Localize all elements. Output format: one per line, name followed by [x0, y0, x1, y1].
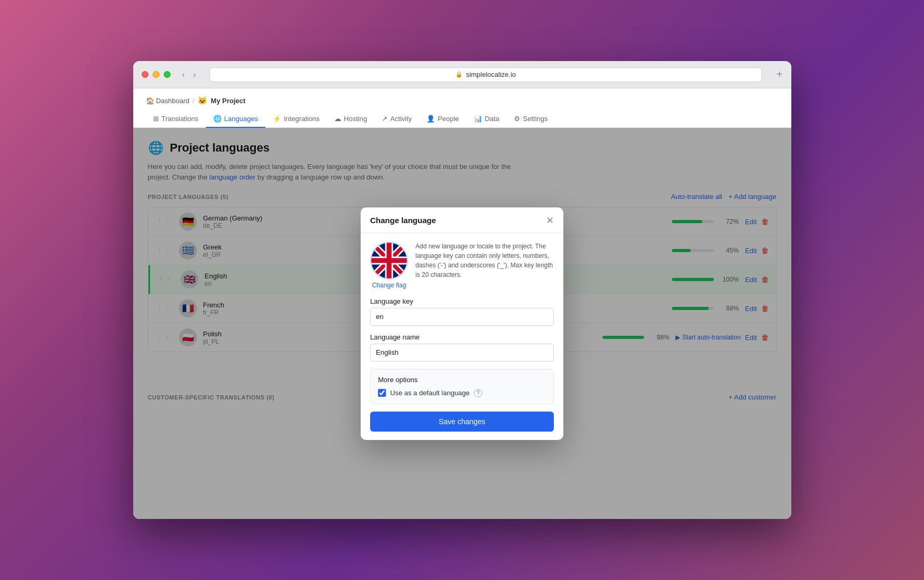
- tab-languages[interactable]: 🌐 Languages: [206, 111, 265, 128]
- language-name-label: Language name: [370, 333, 554, 341]
- tab-integrations[interactable]: ⚡ Integrations: [265, 111, 327, 128]
- lock-icon: 🔒: [455, 71, 463, 78]
- settings-icon: ⚙: [514, 115, 520, 123]
- svg-rect-9: [371, 258, 407, 263]
- tab-bar: ⊞ Translations 🌐 Languages ⚡ Integration…: [146, 111, 779, 127]
- change-language-modal: Change language ✕: [361, 207, 563, 440]
- help-icon[interactable]: ?: [474, 389, 482, 397]
- integrations-icon: ⚡: [273, 115, 281, 123]
- nav-arrows: ‹ ›: [179, 69, 200, 81]
- top-nav: 🏠 Dashboard / 🐱 My Project ⊞ Translation…: [133, 88, 791, 128]
- project-emoji: 🐱: [197, 96, 207, 105]
- breadcrumb: 🏠 Dashboard / 🐱 My Project: [146, 96, 779, 105]
- translations-icon: ⊞: [153, 115, 159, 123]
- language-key-input[interactable]: [370, 308, 554, 326]
- mac-window: ‹ › 🔒 simplelocalize.io + 🏠 Dashboard / …: [133, 61, 791, 519]
- languages-icon: 🌐: [213, 115, 222, 123]
- forward-button[interactable]: ›: [190, 69, 199, 81]
- traffic-lights: [142, 71, 171, 78]
- hosting-icon: ☁: [334, 115, 341, 123]
- default-language-label: Use as a default language: [390, 389, 470, 397]
- new-tab-button[interactable]: +: [777, 68, 783, 81]
- tab-hosting[interactable]: ☁ Hosting: [327, 111, 374, 128]
- app-content: 🏠 Dashboard / 🐱 My Project ⊞ Translation…: [133, 88, 791, 519]
- default-language-checkbox[interactable]: [378, 389, 386, 397]
- tab-translations[interactable]: ⊞ Translations: [146, 111, 206, 128]
- language-name-group: Language name: [370, 333, 554, 362]
- breadcrumb-project[interactable]: My Project: [211, 97, 245, 105]
- save-changes-button[interactable]: Save changes: [370, 412, 554, 432]
- modal-overlay[interactable]: Change language ✕: [133, 128, 791, 519]
- more-options-title: More options: [378, 376, 546, 384]
- minimize-button[interactable]: [153, 71, 160, 78]
- language-key-group: Language key: [370, 297, 554, 326]
- data-icon: 📊: [474, 115, 482, 123]
- back-button[interactable]: ‹: [179, 69, 188, 81]
- modal-body: Change flag Add new language or locale t…: [361, 233, 563, 440]
- change-flag-button[interactable]: Change flag: [370, 282, 408, 289]
- tab-activity[interactable]: ↗ Activity: [374, 111, 419, 128]
- breadcrumb-home[interactable]: 🏠 Dashboard: [146, 97, 190, 105]
- close-button[interactable]: [142, 71, 148, 78]
- modal-title: Change language: [370, 216, 436, 225]
- more-options-section: More options Use as a default language ?: [370, 369, 554, 404]
- activity-icon: ↗: [382, 115, 388, 123]
- language-key-label: Language key: [370, 297, 554, 305]
- modal-close-button[interactable]: ✕: [546, 216, 554, 225]
- main-content: 🌐 Project languages Here you can add, mo…: [133, 128, 791, 519]
- tab-settings[interactable]: ⚙ Settings: [506, 111, 555, 128]
- address-bar[interactable]: 🔒 simplelocalize.io: [210, 67, 762, 82]
- maximize-button[interactable]: [164, 71, 171, 78]
- url-text: simplelocalize.io: [466, 71, 516, 78]
- flag-description: Add new language or locale to the projec…: [415, 242, 554, 279]
- tab-people[interactable]: 👤 People: [419, 111, 466, 128]
- modal-header: Change language ✕: [361, 207, 563, 233]
- flag-large: [370, 242, 408, 279]
- title-bar: ‹ › 🔒 simplelocalize.io +: [133, 61, 791, 88]
- default-language-row: Use as a default language ?: [378, 389, 546, 397]
- people-icon: 👤: [426, 115, 435, 123]
- breadcrumb-separator: /: [193, 97, 195, 105]
- tab-data[interactable]: 📊 Data: [466, 111, 506, 128]
- flag-section: Change flag Add new language or locale t…: [370, 242, 554, 289]
- uk-flag-svg: [371, 242, 407, 279]
- language-name-input[interactable]: [370, 344, 554, 362]
